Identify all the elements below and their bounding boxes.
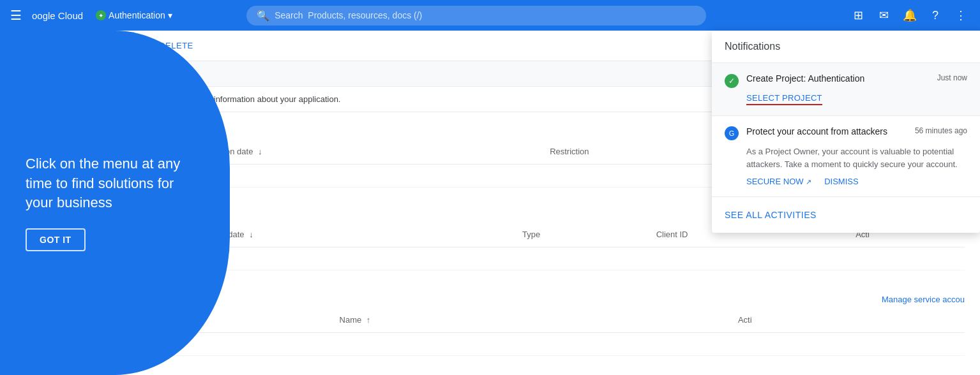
google-logo-text: oogle Cloud [32, 10, 83, 21]
logo: oogle Cloud [32, 10, 83, 21]
help-icon[interactable]: ? [924, 4, 947, 27]
see-all-activities-link[interactable]: SEE ALL ACTIVITIES [712, 197, 980, 233]
got-it-button[interactable]: GOT IT [26, 228, 86, 251]
notif-1-title: Create Project: Authentication [746, 73, 930, 84]
notifications-header: Notifications [712, 31, 980, 63]
oauth-col-type: Type [517, 222, 651, 247]
protect-icon: G [725, 126, 739, 140]
bell-icon[interactable]: 🔔 [898, 4, 921, 27]
select-project-label: SELECT PROJECT [746, 93, 822, 105]
sa-col-acti: Acti [733, 307, 965, 333]
tooltip-text: Click on the menu at any time to find so… [26, 154, 192, 213]
gift-icon[interactable]: ⊞ [847, 4, 870, 27]
hamburger-icon[interactable]: ☰ [8, 5, 24, 26]
sa-col-name[interactable]: Name ↑ [335, 307, 733, 333]
secure-now-label: SECURE NOW [746, 177, 804, 186]
top-nav: ☰ oogle Cloud ✦ Authentication ▾ 🔍 ⊞ ✉ 🔔… [0, 0, 980, 31]
notif-1-header: ✓ Create Project: Authentication Just no… [725, 73, 967, 88]
select-project-link[interactable]: SELECT PROJECT [746, 93, 967, 105]
nav-icons: ⊞ ✉ 🔔 ? ⋮ [847, 4, 972, 27]
notification-protect-account: G Protect your account from attackers 56… [712, 116, 980, 197]
oauth-text-2: with information about your application. [197, 94, 340, 104]
notif-2-header: G Protect your account from attackers 56… [725, 126, 967, 140]
project-name: Authentication [109, 10, 165, 20]
dismiss-button[interactable]: DISMISS [824, 177, 858, 186]
main-content: Click on the menu at any time to find so… [0, 31, 980, 375]
sidebar-tooltip: Click on the menu at any time to find so… [0, 31, 230, 375]
oauth-col-creation-date[interactable]: Creation date ↓ [190, 222, 517, 247]
search-bar[interactable]: 🔍 [246, 6, 706, 26]
project-icon: ✦ [96, 10, 106, 20]
project-selector[interactable]: ✦ Authentication ▾ [96, 10, 172, 20]
chevron-down-icon: ▾ [168, 10, 172, 20]
success-icon: ✓ [725, 74, 739, 88]
notif-2-body: As a Project Owner, your account is valu… [746, 145, 967, 170]
secure-now-link[interactable]: SECURE NOW ↗ [746, 177, 811, 186]
notif-2-time: 56 minutes ago [915, 126, 967, 135]
notif-2-title: Protect your account from attackers [746, 126, 907, 136]
notif-2-actions: SECURE NOW ↗ DISMISS [746, 177, 967, 186]
search-input[interactable] [275, 10, 696, 20]
col-creation-date[interactable]: Creation date ↓ [198, 139, 545, 165]
external-link-icon: ↗ [806, 178, 811, 186]
more-icon[interactable]: ⋮ [949, 4, 972, 27]
search-icon: 🔍 [257, 10, 269, 22]
email-icon[interactable]: ✉ [873, 4, 896, 27]
manage-service-accounts-link[interactable]: Manage service accou [882, 295, 965, 304]
notif-1-time: Just now [937, 73, 967, 82]
notifications-panel: Notifications ✓ Create Project: Authenti… [712, 31, 980, 233]
notification-create-project: ✓ Create Project: Authentication Just no… [712, 63, 980, 116]
